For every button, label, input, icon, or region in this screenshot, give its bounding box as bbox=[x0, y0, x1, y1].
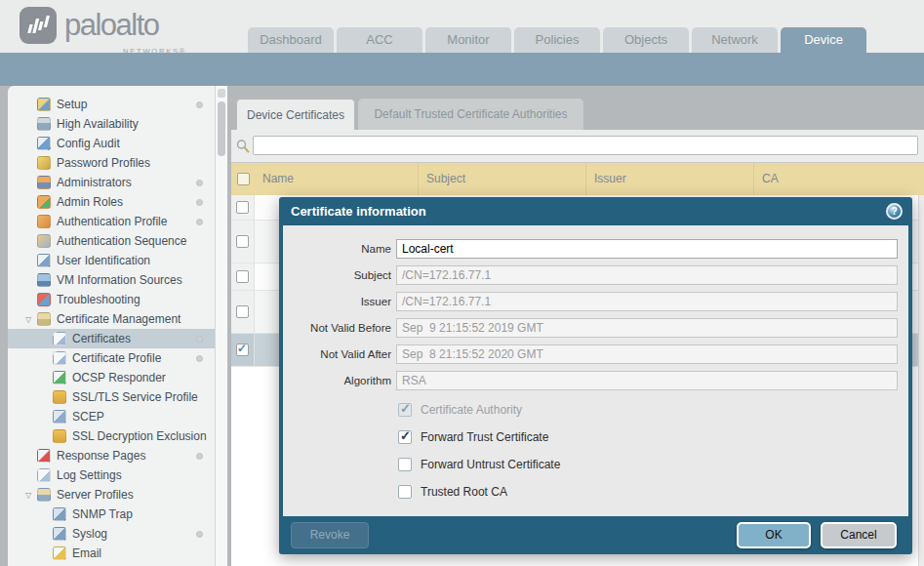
option-checkbox[interactable] bbox=[398, 485, 412, 499]
sidebar-item-icon bbox=[37, 488, 51, 502]
sidebar-item-label: Troubleshooting bbox=[57, 293, 141, 306]
paloalto-logo-icon bbox=[20, 7, 57, 44]
row-checkbox[interactable] bbox=[236, 201, 249, 214]
search-input[interactable] bbox=[253, 136, 918, 155]
scroll-up-button[interactable] bbox=[218, 89, 225, 98]
dialog-footer: Revoke OK Cancel bbox=[279, 516, 912, 554]
column-header[interactable]: Subject bbox=[418, 163, 585, 195]
sidebar-item[interactable]: Server Profiles bbox=[8, 485, 215, 505]
column-header[interactable]: Issuer bbox=[585, 163, 753, 195]
sidebar-item-label: Setup bbox=[57, 98, 87, 111]
sidebar-item[interactable]: Password Profiles bbox=[8, 153, 215, 173]
nav-tab[interactable]: Monitor bbox=[425, 27, 511, 53]
sidebar-item[interactable]: SCEP bbox=[8, 407, 215, 426]
row-checkbox[interactable] bbox=[236, 270, 249, 283]
sidebar-item-label: Admin Roles bbox=[57, 195, 123, 209]
sidebar-item-label: SNMP Trap bbox=[72, 507, 133, 521]
sidebar-item-icon bbox=[37, 312, 51, 326]
row-checkbox[interactable] bbox=[236, 344, 249, 356]
ok-button[interactable]: OK bbox=[737, 522, 811, 548]
name-input[interactable] bbox=[396, 239, 898, 259]
expander-triangle-icon[interactable] bbox=[25, 491, 37, 500]
sidebar-item[interactable]: VM Information Sources bbox=[8, 270, 215, 290]
sidebar-item[interactable]: Admin Roles bbox=[8, 192, 215, 212]
nav-tab[interactable]: Device bbox=[781, 27, 866, 53]
field-value: /CN=172.16.77.1 bbox=[396, 265, 898, 285]
sidebar-item[interactable]: Certificate Management bbox=[8, 309, 215, 329]
table-scrollbar[interactable] bbox=[918, 195, 924, 566]
revoke-button[interactable]: Revoke bbox=[291, 522, 369, 548]
sidebar-item-label: User Identification bbox=[57, 254, 150, 267]
nav-tab[interactable]: Policies bbox=[514, 27, 600, 53]
sidebar-item-icon bbox=[37, 176, 51, 189]
top-header: paloalto NETWORKS® Dashboard ACC Monitor… bbox=[0, 0, 924, 53]
nav-tab[interactable]: Dashboard bbox=[248, 27, 334, 53]
sidebar-item[interactable]: SNMP Trap bbox=[8, 505, 215, 524]
sidebar-item-icon bbox=[53, 390, 66, 404]
subtab[interactable]: Default Trusted Certificate Authorities bbox=[358, 99, 583, 130]
sidebar-item[interactable]: Config Audit bbox=[8, 134, 215, 153]
readonly-fields: Subject /CN=172.16.77.1 Issuer /CN=172.1… bbox=[283, 262, 908, 393]
option-label: Forward Trust Certificate bbox=[421, 430, 548, 444]
sidebar-item[interactable]: User Identification bbox=[8, 251, 215, 270]
sidebar-item[interactable]: High Availability bbox=[8, 114, 215, 134]
sidebar-item-icon bbox=[37, 98, 51, 111]
status-dot-icon bbox=[196, 219, 203, 225]
row-checkbox[interactable] bbox=[236, 235, 249, 248]
field-label: Algorithm bbox=[283, 375, 391, 386]
table-header: Name Subject Issuer CA bbox=[231, 163, 924, 195]
option-label: Forward Untrust Certificate bbox=[421, 458, 560, 471]
row-checkbox-cell bbox=[231, 195, 255, 220]
scrollbar-thumb[interactable] bbox=[218, 101, 225, 156]
field-row: Subject /CN=172.16.77.1 bbox=[283, 262, 908, 288]
sidebar-item-label: Password Profiles bbox=[57, 156, 150, 170]
field-value: Sep 9 21:15:52 2019 GMT bbox=[396, 318, 898, 338]
sidebar-scrollbar[interactable] bbox=[215, 86, 227, 566]
subtab[interactable]: Device Certificates bbox=[236, 99, 355, 130]
option-checkbox[interactable] bbox=[398, 458, 412, 471]
sidebar-item[interactable]: Authentication Sequence bbox=[8, 231, 215, 251]
status-dot-icon bbox=[196, 336, 203, 343]
sidebar-item[interactable]: Certificate Profile bbox=[8, 348, 215, 368]
help-icon[interactable]: ? bbox=[886, 203, 903, 220]
sidebar-item[interactable]: Response Pages bbox=[8, 446, 215, 465]
cancel-button[interactable]: Cancel bbox=[821, 522, 897, 548]
status-dot-icon bbox=[196, 180, 203, 186]
status-dot-icon bbox=[196, 199, 203, 206]
sidebar-item-icon bbox=[53, 351, 66, 365]
sidebar-item[interactable]: Administrators bbox=[8, 173, 215, 192]
sidebar-item[interactable]: SSL Decryption Exclusion bbox=[8, 426, 215, 446]
sidebar-item-icon bbox=[37, 293, 51, 306]
sidebar-item[interactable]: SSL/TLS Service Profile bbox=[8, 387, 215, 407]
status-dot-icon bbox=[196, 531, 203, 538]
nav-tab[interactable]: ACC bbox=[337, 27, 422, 53]
sidebar-item[interactable]: Log Settings bbox=[8, 465, 215, 485]
header-checkbox-cell bbox=[231, 173, 255, 185]
column-header[interactable]: Name bbox=[255, 163, 418, 195]
sidebar-item[interactable]: Troubleshooting bbox=[8, 290, 215, 309]
sidebar-item-icon bbox=[53, 332, 66, 345]
sidebar-item-icon bbox=[37, 137, 51, 150]
select-all-checkbox[interactable] bbox=[237, 173, 250, 185]
expander-triangle-icon[interactable] bbox=[25, 315, 37, 324]
sidebar-item[interactable]: Certificates bbox=[8, 329, 215, 348]
sidebar-item[interactable]: Email bbox=[8, 544, 215, 563]
sidebar-item[interactable]: Setup bbox=[8, 95, 215, 114]
checkbox-row: Forward Untrust Certificate bbox=[398, 451, 908, 478]
table-header-columns: Name Subject Issuer CA bbox=[255, 163, 924, 195]
status-dot-icon bbox=[196, 101, 203, 108]
option-checkbox[interactable] bbox=[398, 430, 412, 444]
nav-tab[interactable]: Objects bbox=[603, 27, 689, 53]
sidebar-item[interactable]: Syslog bbox=[8, 524, 215, 544]
nav-tab[interactable]: Network bbox=[692, 27, 778, 53]
field-value: RSA bbox=[396, 371, 898, 390]
option-checkbox[interactable] bbox=[398, 403, 412, 417]
sidebar-item-label: High Availability bbox=[57, 117, 139, 131]
sidebar-item[interactable]: OCSP Responder bbox=[8, 368, 215, 387]
column-header[interactable]: CA bbox=[753, 163, 924, 195]
sidebar-item-label: SSL/TLS Service Profile bbox=[72, 390, 198, 404]
sidebar-item-icon bbox=[37, 254, 51, 267]
sidebar-item[interactable]: Authentication Profile bbox=[8, 212, 215, 231]
row-checkbox[interactable] bbox=[236, 305, 249, 318]
field-label: Issuer bbox=[283, 296, 391, 307]
